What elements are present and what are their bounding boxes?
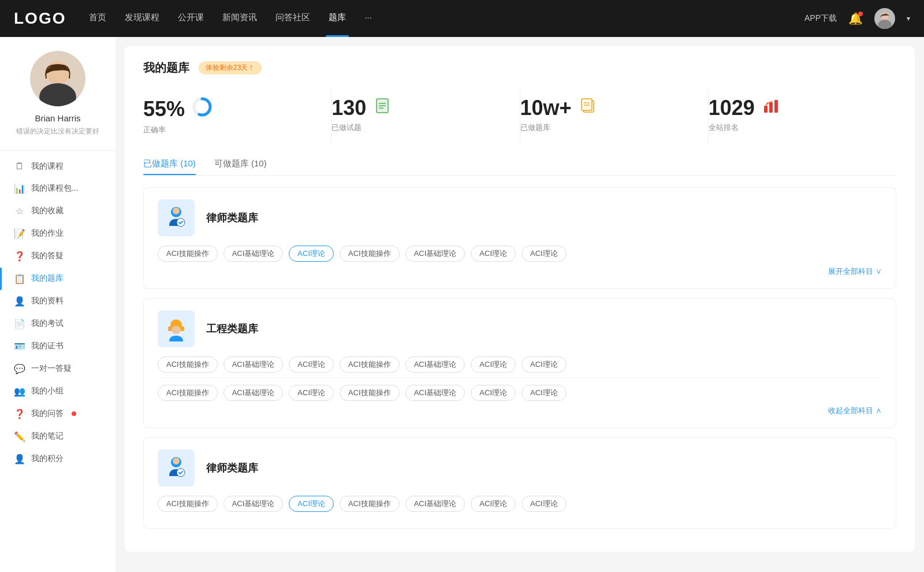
- stat-top: 1029: [709, 96, 780, 119]
- sidebar-item-我的考试[interactable]: 📄 我的考试: [0, 313, 116, 335]
- sidebar-item-我的笔记[interactable]: ✏️ 我的笔记: [0, 425, 116, 448]
- stat-top: 130: [331, 96, 392, 119]
- tag-ACI技能操作[interactable]: ACI技能操作: [340, 246, 400, 262]
- tag-ACI技能操作[interactable]: ACI技能操作: [340, 496, 400, 512]
- nav-link-问答社区[interactable]: 问答社区: [275, 12, 310, 25]
- sidebar-username: Brian Harris: [35, 113, 80, 123]
- qbank-icon: [158, 199, 195, 236]
- tag-ACI基础理论[interactable]: ACI基础理论: [405, 356, 465, 373]
- collapse-button[interactable]: 收起全部科目 ∧: [158, 406, 882, 416]
- sidebar-item-我的题库[interactable]: 📋 我的题库: [0, 268, 116, 290]
- tag-ACI理论[interactable]: ACI理论: [289, 246, 334, 262]
- svg-point-8: [198, 102, 207, 112]
- svg-point-30: [173, 458, 180, 465]
- nav-link-···[interactable]: ···: [364, 12, 372, 25]
- stat-icon: [579, 96, 597, 119]
- sidebar-item-我的课程[interactable]: 🗒 我的课程: [0, 155, 116, 177]
- sidebar-icon: 📋: [14, 273, 25, 284]
- sidebar-item-我的问答[interactable]: ❓ 我的问答: [0, 403, 116, 425]
- notification-bell-icon[interactable]: 🔔: [848, 12, 863, 25]
- nav-link-首页[interactable]: 首页: [89, 12, 106, 25]
- sidebar-item-我的证书[interactable]: 🪪 我的证书: [0, 335, 116, 358]
- tag-ACI基础理论[interactable]: ACI基础理论: [405, 496, 465, 512]
- qbank-name: 律师类题库: [206, 211, 258, 225]
- sidebar-icon: 📝: [14, 228, 25, 239]
- tag-ACI基础理论[interactable]: ACI基础理论: [223, 496, 284, 512]
- svg-rect-19: [769, 102, 773, 113]
- sidebar-menu: 🗒 我的课程 📊 我的课程包... ☆ 我的收藏 📝 我的作业 ❓ 我的答疑 📋…: [0, 155, 116, 470]
- tag-ACI技能操作[interactable]: ACI技能操作: [158, 385, 218, 401]
- logo[interactable]: LOGO: [14, 9, 66, 28]
- avatar[interactable]: [874, 8, 895, 29]
- sidebar-item-我的答疑[interactable]: ❓ 我的答疑: [0, 245, 116, 268]
- tag-ACI基础理论[interactable]: ACI基础理论: [223, 356, 284, 373]
- tag-ACI技能操作[interactable]: ACI技能操作: [158, 356, 218, 373]
- sidebar-icon: ☆: [14, 206, 25, 217]
- tag-ACI技能操作[interactable]: ACI技能操作: [340, 356, 400, 373]
- stat-number: 55%: [143, 99, 185, 120]
- sidebar-icon: 💬: [14, 363, 25, 374]
- sidebar-item-label: 我的题库: [31, 273, 64, 284]
- sidebar-motto: 错误的决定比没有决定要好: [16, 127, 99, 136]
- svg-rect-20: [774, 100, 778, 113]
- svg-rect-15: [582, 99, 592, 110]
- tag-ACI基础理论[interactable]: ACI基础理论: [223, 246, 284, 262]
- nav-link-新闻资讯[interactable]: 新闻资讯: [222, 12, 257, 25]
- sidebar-item-一对一答疑[interactable]: 💬 一对一答疑: [0, 358, 116, 380]
- sidebar-item-label: 一对一答疑: [31, 363, 72, 374]
- nav-links: 首页发现课程公开课新闻资讯问答社区题库···: [89, 12, 804, 25]
- tag-ACI技能操作[interactable]: ACI技能操作: [158, 496, 218, 512]
- tag-ACI基础理论[interactable]: ACI基础理论: [223, 385, 284, 401]
- stat-label: 全站排名: [709, 122, 739, 133]
- tag-ACI理论[interactable]: ACI理论: [471, 385, 516, 401]
- sidebar-icon: 🗒: [14, 161, 25, 172]
- stat-item-3: 1029 全站排名: [709, 90, 896, 142]
- sidebar-item-我的资料[interactable]: 👤 我的资料: [0, 290, 116, 313]
- tag-ACI理论[interactable]: ACI理论: [471, 246, 516, 262]
- tags-row: ACI技能操作ACI基础理论ACI理论ACI技能操作ACI基础理论ACI理论AC…: [158, 246, 882, 262]
- sidebar-icon: ❓: [14, 408, 25, 419]
- svg-point-21: [766, 102, 769, 105]
- tag-ACI理论[interactable]: ACI理论: [289, 356, 334, 373]
- tag-ACI理论[interactable]: ACI理论: [471, 496, 516, 512]
- qbank-section-engineer: 工程类题库 ACI技能操作ACI基础理论ACI理论ACI技能操作ACI基础理论A…: [143, 298, 896, 428]
- tabs-bar: 已做题库 (10)可做题库 (10): [143, 158, 896, 176]
- tag-ACI基础理论[interactable]: ACI基础理论: [405, 385, 465, 401]
- qbank-section-lawyer2: 律师类题库 ACI技能操作ACI基础理论ACI理论ACI技能操作ACI基础理论A…: [143, 437, 896, 529]
- app-download-button[interactable]: APP下载: [804, 13, 837, 24]
- nav-link-公开课[interactable]: 公开课: [178, 12, 204, 25]
- stat-icon: [192, 96, 213, 121]
- sidebar-icon: 📊: [14, 183, 25, 194]
- tag-ACI理论[interactable]: ACI理论: [521, 246, 567, 262]
- nav-link-题库[interactable]: 题库: [329, 12, 346, 25]
- sidebar-avatar: [30, 51, 85, 106]
- tag-ACI技能操作[interactable]: ACI技能操作: [340, 385, 400, 401]
- tag-ACI理论[interactable]: ACI理论: [289, 385, 334, 401]
- sidebar: Brian Harris 错误的决定比没有决定要好 🗒 我的课程 📊 我的课程包…: [0, 37, 116, 572]
- tab-已做题库 (10)[interactable]: 已做题库 (10): [143, 158, 196, 175]
- sidebar-item-我的课程包...[interactable]: 📊 我的课程包...: [0, 177, 116, 200]
- expand-button[interactable]: 展开全部科目 ∨: [158, 266, 882, 277]
- qbank-icon: [158, 450, 195, 486]
- sidebar-item-我的作业[interactable]: 📝 我的作业: [0, 222, 116, 245]
- sidebar-item-我的收藏[interactable]: ☆ 我的收藏: [0, 200, 116, 222]
- tag-ACI理论[interactable]: ACI理论: [289, 496, 334, 512]
- nav-link-发现课程[interactable]: 发现课程: [125, 12, 159, 25]
- notification-dot: [858, 12, 863, 16]
- tag-ACI理论[interactable]: ACI理论: [521, 356, 567, 373]
- sidebar-item-我的积分[interactable]: 👤 我的积分: [0, 448, 116, 470]
- tag-ACI技能操作[interactable]: ACI技能操作: [158, 246, 218, 262]
- tag-ACI理论[interactable]: ACI理论: [521, 385, 567, 401]
- account-chevron-icon[interactable]: ▾: [907, 14, 910, 23]
- page-header: 我的题库 体验剩余23天！: [143, 60, 896, 76]
- sidebar-item-我的小组[interactable]: 👥 我的小组: [0, 380, 116, 403]
- tag-ACI理论[interactable]: ACI理论: [471, 356, 516, 373]
- qbank-section-lawyer1: 律师类题库 ACI技能操作ACI基础理论ACI理论ACI技能操作ACI基础理论A…: [143, 187, 896, 289]
- stat-item-1: 130 已做试题: [331, 90, 520, 142]
- tag-ACI基础理论[interactable]: ACI基础理论: [405, 246, 465, 262]
- menu-badge-dot: [72, 411, 76, 416]
- qbank-name: 工程类题库: [206, 322, 258, 336]
- content-card: 我的题库 体验剩余23天！ 55% 正确率 130 已做试题 10w+ 已做题库…: [125, 46, 915, 552]
- tag-ACI理论[interactable]: ACI理论: [521, 496, 567, 512]
- tab-可做题库 (10)[interactable]: 可做题库 (10): [214, 158, 267, 175]
